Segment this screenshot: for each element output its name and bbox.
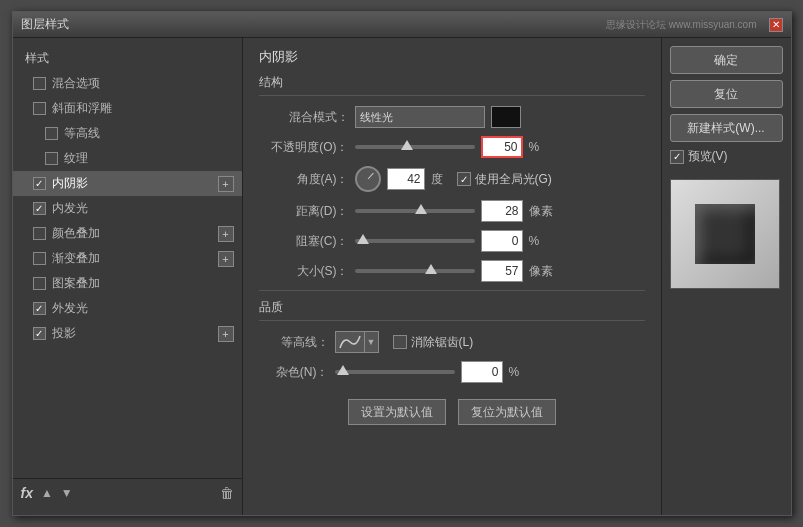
noise-row: 杂色(N)： % (259, 361, 645, 383)
drop-shadow-checkbox[interactable] (33, 327, 46, 340)
bevel-label: 斜面和浮雕 (52, 100, 112, 117)
reset-button[interactable]: 复位 (670, 80, 783, 108)
choke-slider[interactable] (355, 239, 475, 243)
move-up-button[interactable]: ▲ (41, 486, 53, 500)
color-overlay-plus[interactable]: + (218, 226, 234, 242)
gradient-overlay-label: 渐变叠加 (52, 250, 100, 267)
sidebar-item-contour[interactable]: 等高线 (13, 121, 242, 146)
action-buttons-row: 设置为默认值 复位为默认值 (259, 399, 645, 425)
inner-shadow-label: 内阴影 (52, 175, 88, 192)
anti-alias-checkbox[interactable] (393, 335, 407, 349)
texture-checkbox[interactable] (45, 152, 58, 165)
center-panel: 内阴影 结构 混合模式： 线性光 正常 正片叠底 不透明度(O)： (243, 38, 661, 515)
reset-default-button[interactable]: 复位为默认值 (458, 399, 556, 425)
blend-mode-row: 混合模式： 线性光 正常 正片叠底 (259, 106, 645, 128)
layer-style-dialog: 图层样式 思缘设计论坛 www.missyuan.com ✕ 样式 混合选项 斜… (12, 11, 792, 516)
opacity-thumb[interactable] (401, 140, 413, 150)
contour-dropdown-arrow[interactable]: ▼ (365, 331, 379, 353)
distance-label: 距离(D)： (259, 203, 349, 220)
pattern-overlay-label: 图案叠加 (52, 275, 100, 292)
main-section-title: 内阴影 (259, 48, 645, 66)
contour-label: 等高线： (259, 334, 329, 351)
global-light-row: 使用全局光(G) (457, 171, 552, 188)
distance-unit: 像素 (529, 203, 553, 220)
blend-checkbox[interactable] (33, 77, 46, 90)
sidebar-item-outer-glow[interactable]: 外发光 (13, 296, 242, 321)
angle-dial[interactable] (355, 166, 381, 192)
noise-thumb[interactable] (337, 365, 349, 375)
sidebar-item-gradient-overlay[interactable]: 渐变叠加 + (13, 246, 242, 271)
drop-shadow-plus[interactable]: + (218, 326, 234, 342)
fx-button[interactable]: fx (21, 485, 33, 501)
gradient-overlay-plus[interactable]: + (218, 251, 234, 267)
opacity-slider[interactable] (355, 145, 475, 149)
blend-mode-dropdown-wrapper: 线性光 正常 正片叠底 (355, 106, 485, 128)
close-button[interactable]: ✕ (769, 18, 783, 32)
set-default-button[interactable]: 设置为默认值 (348, 399, 446, 425)
size-input[interactable] (481, 260, 523, 282)
new-style-button[interactable]: 新建样式(W)... (670, 114, 783, 142)
size-unit: 像素 (529, 263, 553, 280)
choke-label: 阻塞(C)： (259, 233, 349, 250)
left-panel: 样式 混合选项 斜面和浮雕 等高线 纹理 内阴影 + (13, 38, 243, 515)
size-slider[interactable] (355, 269, 475, 273)
confirm-button[interactable]: 确定 (670, 46, 783, 74)
color-overlay-checkbox[interactable] (33, 227, 46, 240)
title-bar: 图层样式 思缘设计论坛 www.missyuan.com ✕ (13, 12, 791, 38)
noise-unit: % (509, 365, 529, 379)
color-overlay-label: 颜色叠加 (52, 225, 100, 242)
sidebar-item-texture[interactable]: 纹理 (13, 146, 242, 171)
delete-button[interactable]: 🗑 (220, 485, 234, 501)
gradient-overlay-checkbox[interactable] (33, 252, 46, 265)
contour-checkbox[interactable] (45, 127, 58, 140)
contour-label: 等高线 (64, 125, 100, 142)
choke-unit: % (529, 234, 549, 248)
move-down-button[interactable]: ▼ (61, 486, 73, 500)
sidebar-item-inner-glow[interactable]: 内发光 (13, 196, 242, 221)
preview-inner-box (695, 204, 755, 264)
preview-checkbox[interactable] (670, 150, 684, 164)
noise-input[interactable] (461, 361, 503, 383)
inner-shadow-checkbox[interactable] (33, 177, 46, 190)
angle-needle (367, 173, 373, 180)
global-light-checkbox[interactable] (457, 172, 471, 186)
global-light-label: 使用全局光(G) (475, 171, 552, 188)
contour-row: 等高线： ▼ 消除锯齿(L) (259, 331, 645, 353)
sidebar-item-color-overlay[interactable]: 颜色叠加 + (13, 221, 242, 246)
choke-thumb[interactable] (357, 234, 369, 244)
blend-color-swatch[interactable] (491, 106, 521, 128)
opacity-input[interactable] (481, 136, 523, 158)
distance-row: 距离(D)： 像素 (259, 200, 645, 222)
left-footer: fx ▲ ▼ 🗑 (13, 478, 242, 507)
sidebar-item-blend[interactable]: 混合选项 (13, 71, 242, 96)
blend-label: 混合选项 (52, 75, 100, 92)
distance-input[interactable] (481, 200, 523, 222)
divider (259, 290, 645, 291)
drop-shadow-label: 投影 (52, 325, 76, 342)
outer-glow-checkbox[interactable] (33, 302, 46, 315)
noise-slider[interactable] (335, 370, 455, 374)
angle-row: 角度(A)： 度 使用全局光(G) (259, 166, 645, 192)
sidebar-item-pattern-overlay[interactable]: 图案叠加 (13, 271, 242, 296)
pattern-overlay-checkbox[interactable] (33, 277, 46, 290)
dialog-title: 图层样式 (21, 16, 69, 33)
blend-mode-select[interactable]: 线性光 正常 正片叠底 (355, 106, 485, 128)
angle-unit: 度 (431, 171, 451, 188)
bevel-checkbox[interactable] (33, 102, 46, 115)
inner-glow-checkbox[interactable] (33, 202, 46, 215)
contour-wrapper: ▼ (335, 331, 379, 353)
sidebar-item-bevel[interactable]: 斜面和浮雕 (13, 96, 242, 121)
contour-swatch[interactable] (335, 331, 365, 353)
preview-label: 预览(V) (688, 148, 728, 165)
size-thumb[interactable] (425, 264, 437, 274)
inner-shadow-plus[interactable]: + (218, 176, 234, 192)
distance-slider[interactable] (355, 209, 475, 213)
sidebar-item-drop-shadow[interactable]: 投影 + (13, 321, 242, 346)
angle-input[interactable] (387, 168, 425, 190)
size-row: 大小(S)： 像素 (259, 260, 645, 282)
angle-label: 角度(A)： (259, 171, 349, 188)
opacity-row: 不透明度(O)： % (259, 136, 645, 158)
choke-input[interactable] (481, 230, 523, 252)
distance-thumb[interactable] (415, 204, 427, 214)
sidebar-item-inner-shadow[interactable]: 内阴影 + (13, 171, 242, 196)
